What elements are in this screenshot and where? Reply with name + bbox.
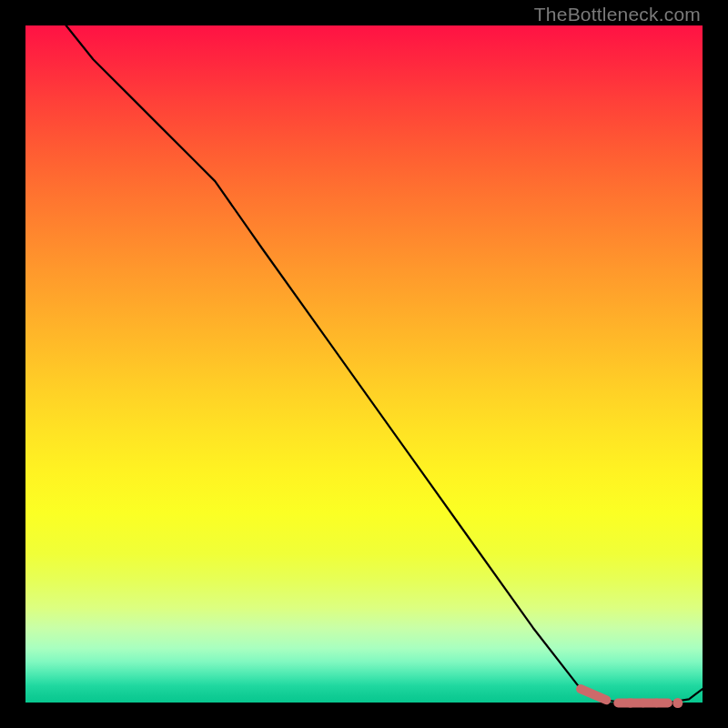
chart-frame: TheBottleneck.com — [0, 0, 728, 728]
svg-point-0 — [672, 698, 682, 708]
highlight-dashed-segment — [581, 689, 682, 708]
watermark-text: TheBottleneck.com — [534, 4, 701, 25]
bottleneck-curve-line — [66, 25, 703, 703]
chart-svg — [25, 25, 703, 703]
